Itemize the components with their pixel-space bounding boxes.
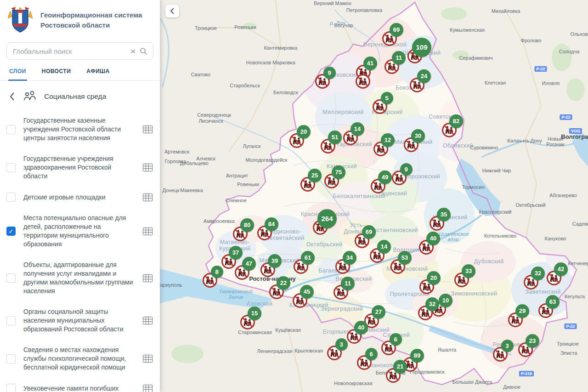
cluster-count: 29 [515,304,529,318]
layer-item: Государственные учреждения здравоохранен… [6,154,153,181]
cluster-count: 22 [277,276,290,290]
table-icon[interactable] [143,355,153,363]
cluster-count: 63 [546,295,560,309]
cluster-count: 47 [242,257,256,271]
cluster-count: 14 [351,122,364,136]
layer-checkbox[interactable] [6,193,16,202]
tab-news[interactable]: НОВОСТИ [41,68,72,80]
table-icon[interactable] [143,227,153,235]
layer-checkbox[interactable] [6,354,16,364]
cluster-count: 11 [392,51,406,65]
cluster-count: 9 [400,163,413,176]
cluster-count: 49 [378,170,392,184]
search-icon[interactable] [140,47,153,55]
layer-label: Органы социальной защиты населения муниц… [23,307,136,334]
layer-list: Государственные казенные учреждения Рост… [0,116,160,392]
tab-layers[interactable]: СЛОИ [8,68,27,80]
layer-label: Увековечение памяти погибших [23,384,136,392]
cluster-count: 3 [335,338,348,351]
sidebar: Геоинформационная система Ростовской обл… [0,0,160,392]
cluster-count: 40 [426,232,440,245]
layer-checkbox[interactable] [6,273,16,283]
section-title: Социальная среда [44,92,106,101]
cluster-count: 53 [398,251,412,265]
layer-item: Увековечение памяти погибших [6,384,153,392]
collapse-sidebar-button[interactable] [165,5,179,17]
cluster-count: 37 [229,246,243,260]
cluster-count: 32 [531,267,545,280]
cluster-count: 82 [449,114,463,128]
cluster-count: 11 [341,277,355,290]
cluster-count: 6 [365,348,378,360]
cluster-count: 34 [343,251,356,265]
layer-label: Государственные учреждения здравоохранен… [23,154,136,181]
table-icon[interactable] [143,385,153,392]
cluster-count: 84 [265,217,278,231]
cluster-count: 15 [248,307,261,320]
chevron-left-icon [170,7,175,15]
rostov-coat-of-arms-logo [7,6,33,34]
layer-label: Объекты, адаптированные для получения ус… [23,261,136,295]
layer-checkbox[interactable]: ✓ [6,227,16,236]
cluster-count: 40 [354,321,368,335]
clear-search-icon[interactable]: × [126,47,140,56]
cluster-count: 21 [393,360,407,374]
table-icon[interactable] [143,274,153,282]
cluster-count: 9 [323,67,336,79]
cluster-count: 51 [328,131,342,144]
cluster-count: 109 [412,38,431,57]
cluster-count: 8 [211,266,223,278]
cluster-count: 41 [363,57,377,70]
app-title-line2: Ростовской области [40,21,110,29]
table-icon[interactable] [143,317,153,324]
layer-checkbox[interactable] [6,125,16,134]
brand-header: Геоинформационная система Ростовской обл… [0,0,160,37]
layer-checkbox[interactable] [6,316,16,325]
cluster-count: 69 [390,23,403,37]
table-icon[interactable] [143,164,153,171]
cluster-count: 23 [526,334,539,348]
cluster-count: 25 [308,169,322,182]
cluster-count: 12 [381,133,395,147]
people-icon [23,90,37,102]
map-canvas[interactable]: ВерхнедонскойШолоховскийЧертковскийБоков… [160,0,588,392]
back-icon[interactable] [8,91,16,102]
layer-item: Сведения о местах нахождения службы псих… [6,346,153,372]
cluster-count: 10 [439,294,452,307]
layer-checkbox[interactable] [6,384,16,392]
cluster-count: 30 [411,129,425,143]
cluster-count: 80 [240,218,254,232]
tab-afisha[interactable]: АФИША [85,68,110,80]
global-search[interactable]: × [6,42,153,60]
cluster-count: 32 [425,297,439,311]
table-icon[interactable] [143,193,153,201]
layer-item: Детские игровые площадки [6,193,153,202]
table-icon[interactable] [143,125,153,133]
cluster-count: 89 [410,349,424,363]
cluster-count: 75 [332,165,345,179]
layer-item: Объекты, адаптированные для получения ус… [6,261,153,295]
cluster-count: 69 [362,225,376,239]
cluster-count: 14 [377,240,391,254]
section-header: Социальная среда [0,81,160,104]
cluster-count: 24 [417,69,431,83]
cluster-count: 6 [390,333,402,346]
cluster-count: 20 [427,271,441,285]
layer-item: Органы социальной защиты населения муниц… [6,307,153,334]
cluster-count: 33 [462,264,475,278]
layer-item: Государственные казенные учреждения Рост… [6,116,153,142]
cluster-count: 61 [301,251,315,265]
layer-label: Государственные казенные учреждения Рост… [23,116,136,142]
cluster-count: 35 [437,208,451,222]
cluster-count: 20 [297,125,311,139]
layer-item: ✓Места потенциально опасные для детей, р… [6,214,153,249]
cluster-count: 39 [268,254,282,268]
tab-bar: СЛОИНОВОСТИАФИША [0,60,160,81]
layer-label: Детские игровые площадки [23,193,136,202]
layer-checkbox[interactable] [6,163,16,172]
search-input[interactable] [7,47,126,55]
cluster-count: 3 [501,340,514,352]
layer-label: Сведения о местах нахождения службы псих… [23,346,136,372]
cluster-count: 27 [372,305,385,319]
no-children-icon[interactable] [355,74,371,89]
